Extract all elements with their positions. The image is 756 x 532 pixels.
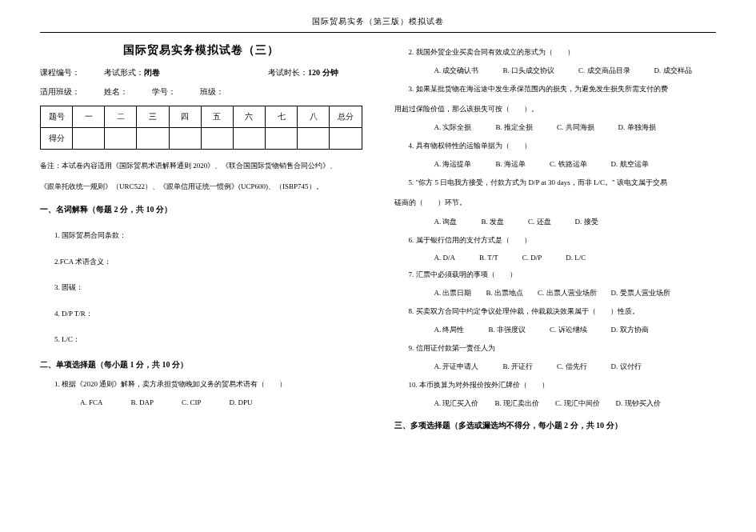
opt-c: C. 共同海损 (557, 122, 594, 133)
s1-q3: 3. 固碳： (54, 282, 362, 293)
s2-q5-options: A. 询盘 B. 发盘 C. 还盘 D. 接受 (434, 217, 717, 227)
opt-b: B. 开证行 (503, 362, 534, 372)
opt-a: A. 实际全损 (434, 122, 472, 133)
s2-q4-options: A. 海运提单 B. 海运单 C. 铁路运单 D. 航空运单 (434, 159, 717, 170)
name-label: 姓名： (104, 86, 128, 98)
opt-b: B. T/T (479, 254, 498, 262)
s2-q3: 3. 如果某批货物在海运途中发生承保范围内的损失，为避免发生损失所需支付的费 (409, 82, 717, 96)
s1-q5: 5. L/C： (54, 334, 362, 345)
cell (105, 128, 137, 150)
class-label: 适用班级： (40, 86, 80, 98)
opt-c: C. 现汇中间价 (555, 398, 600, 409)
s2-q10: 10. 本币换算为对外报价按外汇牌价（ ） (409, 378, 717, 392)
opt-d: D. 成交样品 (654, 66, 692, 76)
info-row-2: 适用班级： 姓名： 学号： 班级： (40, 86, 362, 98)
s2-q2-options: A. 成交确认书 B. 口头成交协议 C. 成交商品目录 D. 成交样品 (434, 66, 717, 76)
cell (298, 128, 330, 150)
opt-a: A. FCA (80, 398, 103, 406)
opt-a: A. 成交确认书 (434, 66, 479, 76)
th-7: 七 (265, 106, 297, 128)
duration-label: 考试时长：120 分钟 (268, 67, 338, 78)
opt-a: A. 出票日期 (434, 288, 472, 298)
th-4: 四 (169, 106, 201, 128)
section-2-title: 二、单项选择题（每小题 1 分，共 10 分） (40, 359, 362, 370)
s2-q9: 9. 信用证付款第一责任人为 (409, 342, 717, 355)
score-label: 得分 (41, 128, 73, 150)
score-table: 题号 一 二 三 四 五 六 七 八 总分 得分 (40, 106, 362, 150)
exam-title: 国际贸易实务模拟试卷（三） (40, 43, 362, 58)
s1-q2: 2.FCA 术语含义： (54, 256, 362, 267)
divider (40, 32, 716, 33)
left-column: 国际贸易实务模拟试卷（三） 课程编号： 考试形式：闭卷 考试时长：120 分钟 … (40, 39, 378, 439)
th-total: 总分 (330, 106, 362, 128)
opt-b: B. 发盘 (482, 217, 505, 227)
opt-d: D. 接受 (575, 217, 598, 227)
opt-a: A. 询盘 (434, 217, 458, 227)
th-1: 一 (73, 106, 105, 128)
opt-d: D. 航空运单 (611, 159, 649, 170)
opt-b: B. 出票地点 (486, 288, 524, 298)
note-line-1: 备注：本试卷内容适用《国际贸易术语解释通则 2020》、《联合国国际货物销售合同… (40, 159, 362, 172)
opt-d: D. 议付行 (611, 362, 642, 372)
opt-c: C. D/P (522, 254, 542, 262)
opt-c: C. 诉讼继续 (550, 325, 587, 335)
th-6: 六 (233, 106, 265, 128)
s2-q9-options: A. 开证申请人 B. 开证行 C. 偿先行 D. 议付行 (434, 362, 717, 372)
s2-q3b: 用超过保险价值，那么该损失可按（ ）。 (394, 102, 717, 116)
opt-b: B. 现汇卖出价 (495, 398, 540, 409)
s2-q8-options: A. 终局性 B. 非强度议 C. 诉讼继续 D. 双方协商 (434, 325, 717, 335)
s2-q5b: 磋商的（ ）环节。 (394, 196, 717, 210)
duration-label-text: 考试时长： (268, 68, 308, 77)
opt-c: C. 偿先行 (557, 362, 587, 372)
s2-q6: 6. 属于银行信用的支付方式是（ ） (409, 234, 717, 247)
opt-d: D. 现钞买入价 (616, 398, 661, 409)
content: 国际贸易实务模拟试卷（三） 课程编号： 考试形式：闭卷 考试时长：120 分钟 … (0, 39, 756, 439)
cell (169, 128, 201, 150)
grade-label: 班级： (200, 86, 224, 98)
s2-q10-options: A. 现汇买入价 B. 现汇卖出价 C. 现汇中间价 D. 现钞买入价 (434, 398, 717, 409)
opt-a: A. 海运提单 (434, 159, 472, 170)
form-value: 闭卷 (144, 68, 160, 77)
opt-a: A. 开证申请人 (434, 362, 479, 372)
s2-q1-options: A. FCA B. DAP C. CIP D. DPU (80, 398, 362, 406)
cell (265, 128, 297, 150)
s2-q8: 8. 买卖双方合同中约定争议处理仲裁，仲裁裁决效果属于（ ）性质。 (409, 305, 717, 318)
opt-a: A. 终局性 (434, 325, 465, 335)
opt-d: D. DPU (230, 398, 253, 406)
table-row: 得分 (41, 128, 362, 150)
s2-q4: 4. 具有物权特性的运输单据为（ ） (409, 139, 717, 153)
opt-b: B. DAP (131, 398, 154, 406)
opt-d: D. L/C (566, 254, 586, 262)
form-label-text: 考试形式： (104, 68, 144, 77)
th-label: 题号 (41, 106, 73, 128)
cell (330, 128, 362, 150)
opt-d: D. 双方协商 (611, 325, 649, 335)
s2-q2: 2. 我国外贸企业买卖合同有效成立的形式为（ ） (409, 46, 717, 59)
id-label: 学号： (152, 86, 176, 98)
opt-a: A. D/A (434, 254, 456, 262)
cell (233, 128, 265, 150)
opt-b: B. 口头成交协议 (503, 66, 555, 76)
s2-q1: 1. 根据《2020 通则》解释，卖方承担货物晚卸义务的贸易术语有（ ） (54, 378, 362, 390)
opt-c: C. CIP (182, 398, 202, 406)
form-label: 考试形式：闭卷 (104, 67, 160, 78)
page-header: 国际贸易实务（第三版）模拟试卷 (0, 0, 756, 30)
section-3-title: 三、多项选择题（多选或漏选均不得分，每小题 2 分，共 10 分） (394, 420, 717, 431)
opt-a: A. 现汇买入价 (434, 398, 479, 409)
opt-b: B. 推定全损 (496, 122, 534, 133)
table-row: 题号 一 二 三 四 五 六 七 八 总分 (41, 106, 362, 128)
opt-c: C. 出票人营业场所 (538, 288, 597, 298)
opt-d: D. 受票人营业场所 (611, 288, 670, 298)
opt-b: B. 海运单 (496, 159, 526, 170)
s2-q7-options: A. 出票日期 B. 出票地点 C. 出票人营业场所 D. 受票人营业场所 (434, 288, 717, 298)
opt-d: D. 单独海损 (618, 122, 656, 133)
course-label: 课程编号： (40, 67, 80, 78)
s2-q6-options: A. D/A B. T/T C. D/P D. L/C (434, 254, 717, 262)
right-column: 2. 我国外贸企业买卖合同有效成立的形式为（ ） A. 成交确认书 B. 口头成… (378, 39, 717, 439)
opt-c: C. 铁路运单 (550, 159, 587, 170)
opt-c: C. 还盘 (528, 217, 551, 227)
cell (137, 128, 169, 150)
opt-c: C. 成交商品目录 (578, 66, 630, 76)
th-5: 五 (201, 106, 233, 128)
th-3: 三 (137, 106, 169, 128)
